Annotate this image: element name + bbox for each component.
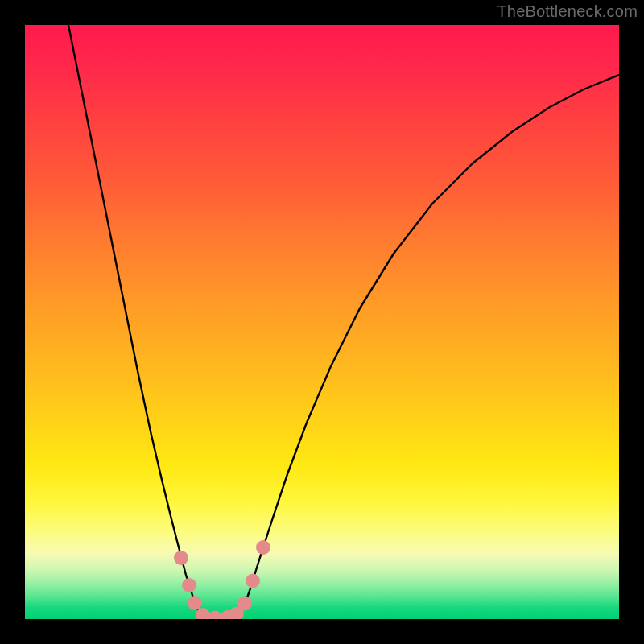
curve-marker — [246, 574, 260, 588]
curve-marker — [196, 608, 210, 619]
stage: TheBottleneck.com — [0, 0, 644, 644]
watermark-text: TheBottleneck.com — [497, 2, 638, 21]
curve-marker — [174, 551, 188, 565]
curve-marker — [221, 610, 235, 619]
curve-marker — [237, 597, 252, 611]
bottleneck-curve — [25, 25, 619, 619]
marker-layer — [25, 25, 619, 619]
plot-area — [25, 25, 619, 619]
curve-marker — [182, 578, 196, 592]
curve-marker — [188, 596, 202, 610]
curve-marker — [208, 611, 222, 619]
curve-marker — [229, 607, 244, 619]
curve-marker — [256, 540, 270, 555]
